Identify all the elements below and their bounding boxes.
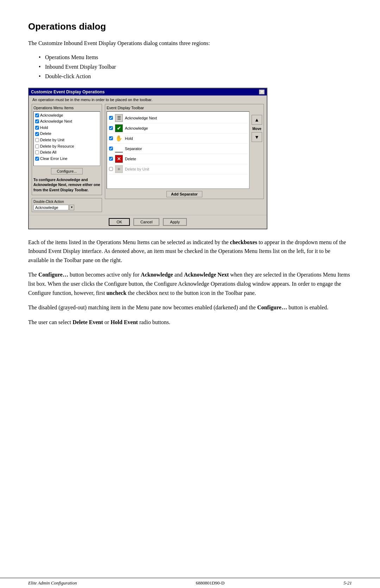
configure-bold: Configure…	[38, 272, 68, 278]
footer-right: 5-21	[343, 580, 352, 586]
acknowledge-bold: Acknowledge	[141, 272, 173, 278]
double-click-value: Acknowledge	[33, 205, 69, 210]
toolbar-check-separator[interactable]	[109, 147, 113, 150]
dialog-note: An operation must be in the menu in orde…	[29, 95, 267, 104]
operations-menu-panel: Operations Menu Items Acknowledge Acknow…	[32, 104, 102, 195]
menu-item-clear-error-line: Clear Error Line	[35, 156, 99, 162]
toolbar-check-acknowledge-next[interactable]	[109, 116, 113, 120]
toolbar-check-acknowledge[interactable]	[109, 126, 113, 130]
bullet-list: Operations Menu Items Inbound Event Disp…	[39, 52, 352, 81]
configure-note: To configure Acknowledge and Acknowledge…	[33, 177, 100, 193]
menu-check-clear-error-line[interactable]	[35, 157, 39, 161]
double-click-label: Double-Click Action	[33, 200, 100, 204]
toolbar-check-delete-by-unit[interactable]	[109, 167, 113, 171]
toolbar-check-delete[interactable]	[109, 157, 113, 161]
double-click-dropdown: Acknowledge ▼	[33, 205, 100, 210]
move-buttons-area: ▲ Move ▼	[252, 111, 262, 189]
left-panel-title: Operations Menu Items	[33, 106, 100, 110]
dialog-titlebar: Customize Event Display Operations ✕	[29, 88, 267, 95]
double-click-section: Double-Click Action Acknowledge ▼	[32, 198, 102, 212]
body-para-1: Each of the items listed in the Operatio…	[28, 238, 352, 265]
right-panel-title: Event Display Toolbar	[107, 106, 262, 110]
configure-bold-2: Configure…	[257, 304, 287, 310]
right-panel: Event Display Toolbar ☰ Acknowledge Next…	[105, 104, 264, 212]
check-icon: ✔	[115, 124, 123, 132]
uncheck-bold: uncheck	[106, 290, 126, 296]
body-para-2: The Configure… button becomes active onl…	[28, 270, 352, 297]
move-down-button[interactable]: ▼	[252, 132, 262, 142]
menu-check-acknowledge[interactable]	[35, 113, 39, 117]
page-title: Operations dialog	[28, 21, 352, 32]
event-display-toolbar-panel: Event Display Toolbar ☰ Acknowledge Next…	[105, 104, 264, 199]
toolbar-item-acknowledge: ✔ Acknowledge	[108, 123, 248, 134]
left-panel: Operations Menu Items Acknowledge Acknow…	[32, 104, 102, 212]
intro-paragraph: The Customize Inbound Event Display Oper…	[28, 39, 352, 48]
menu-check-delete-by-unit[interactable]	[35, 138, 39, 142]
bullet-item-1: Operations Menu Items	[39, 52, 352, 62]
dialog-close-button[interactable]: ✕	[259, 89, 265, 94]
apply-button[interactable]: Apply	[163, 218, 187, 226]
menu-check-delete-by-resource[interactable]	[35, 144, 39, 148]
dialog-body: Operations Menu Items Acknowledge Acknow…	[29, 104, 267, 215]
menu-item-acknowledge: Acknowledge	[35, 112, 99, 119]
add-separator-button[interactable]: Add Separator	[166, 191, 202, 197]
toolbar-check-hold[interactable]	[109, 136, 113, 140]
dialog-buttons: OK Cancel Apply	[29, 215, 267, 229]
acknowledge-next-bold: Acknowledge Next	[184, 272, 229, 278]
footer-left: Elite Admin Configuration	[28, 580, 77, 586]
page-footer: Elite Admin Configuration 6880801D90-D 5…	[0, 578, 380, 588]
menu-items-box: Acknowledge Acknowledge Next Hold Delete	[33, 111, 100, 166]
menu-check-delete-all[interactable]	[35, 150, 39, 154]
move-label: Move	[252, 127, 261, 131]
toolbar-item-hold: ✋ Hold	[108, 134, 248, 144]
dropdown-arrow-icon[interactable]: ▼	[69, 205, 74, 210]
body-para-3: The disabled (grayed-out) matching item …	[28, 303, 352, 312]
separator-icon	[115, 145, 123, 153]
footer-center: 6880801D90-D	[196, 580, 224, 586]
hold-event-bold: Hold Event	[110, 319, 138, 325]
menu-item-delete-all: Delete All	[35, 149, 99, 156]
body-para-4: The user can select Delete Event or Hold…	[28, 318, 352, 327]
bullet-item-3: Double-click Action	[39, 72, 352, 81]
toolbar-item-separator: Separator	[108, 144, 248, 154]
toolbar-item-acknowledge-next: ☰ Acknowledge Next	[108, 113, 248, 123]
menu-item-acknowledge-next: Acknowledge Next	[35, 118, 99, 125]
star-icon: ✦	[115, 165, 123, 173]
dialog-title-text: Customize Event Display Operations	[31, 89, 104, 94]
x-icon: ✕	[115, 155, 123, 163]
configure-button[interactable]: Configure...	[51, 168, 83, 174]
toolbar-item-delete-by-unit: ✦ Delete by Unit	[108, 164, 248, 174]
hand-icon: ✋	[115, 135, 123, 142]
toolbar-item-delete: ✕ Delete	[108, 154, 248, 164]
menu-check-hold[interactable]	[35, 126, 39, 130]
menu-check-acknowledge-next[interactable]	[35, 119, 39, 123]
menu-check-delete[interactable]	[35, 132, 39, 136]
dialog-screenshot: Customize Event Display Operations ✕ An …	[28, 88, 267, 229]
move-up-button[interactable]: ▲	[252, 115, 262, 125]
checkboxes-bold: checkboxes	[230, 239, 257, 245]
toolbar-list: ☰ Acknowledge Next ✔ Acknowledge ✋	[107, 111, 249, 189]
list-icon: ☰	[115, 114, 123, 122]
menu-item-delete: Delete	[35, 131, 99, 137]
cancel-button[interactable]: Cancel	[133, 218, 159, 226]
delete-event-bold: Delete Event	[72, 319, 103, 325]
menu-item-delete-by-resource: Delete by Resource	[35, 143, 99, 150]
toolbar-area: ☰ Acknowledge Next ✔ Acknowledge ✋	[107, 111, 262, 189]
menu-item-delete-by-unit: Delete by Unit	[35, 137, 99, 143]
bullet-item-2: Inbound Event Display Toolbar	[39, 62, 352, 72]
ok-button[interactable]: OK	[109, 218, 130, 226]
menu-item-hold: Hold	[35, 125, 99, 131]
